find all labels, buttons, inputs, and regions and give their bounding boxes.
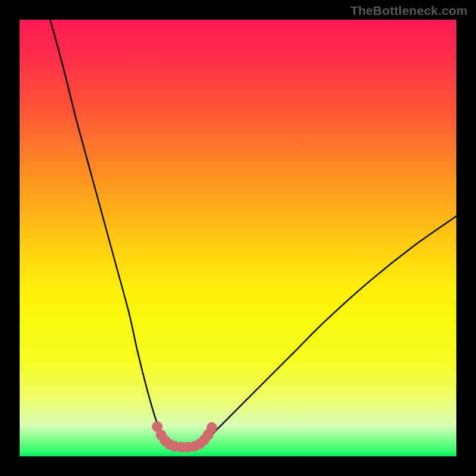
optimal-zone-markers	[152, 421, 217, 452]
curve-right-branch	[203, 216, 456, 443]
chart-svg	[20, 20, 456, 456]
svg-point-11	[206, 422, 217, 433]
curve-left-branch	[50, 20, 168, 443]
watermark-text: TheBottleneck.com	[350, 4, 468, 18]
chart-frame: TheBottleneck.com	[0, 0, 476, 476]
